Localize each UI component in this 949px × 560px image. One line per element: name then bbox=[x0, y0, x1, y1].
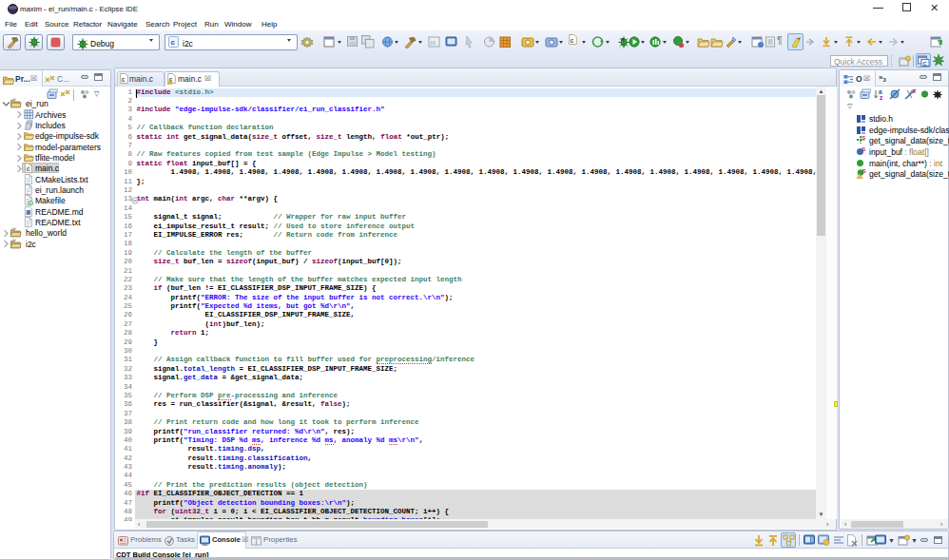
svg-text:C: C bbox=[923, 61, 928, 67]
svg-text:10: 10 bbox=[430, 41, 436, 47]
svg-text:S: S bbox=[862, 135, 865, 141]
svg-text:c: c bbox=[122, 76, 126, 83]
svg-text:c: c bbox=[171, 38, 176, 47]
svg-text:c: c bbox=[27, 165, 30, 172]
svg-text:S: S bbox=[862, 168, 866, 174]
svg-text:c: c bbox=[571, 37, 574, 44]
svg-text:S: S bbox=[862, 146, 865, 152]
svg-text:z: z bbox=[880, 94, 883, 100]
